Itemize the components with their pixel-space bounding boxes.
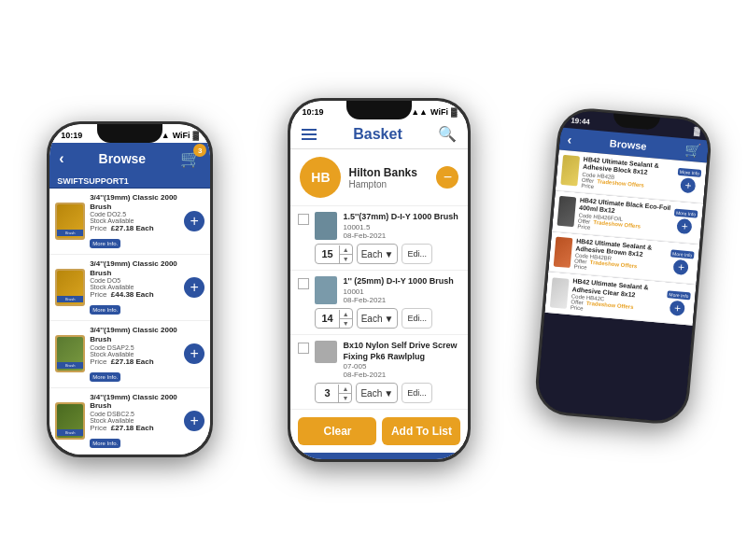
account-bar-left: SWIFTSUPPORT1: [49, 175, 210, 189]
qty-down-2[interactable]: ▼: [340, 319, 352, 328]
product-thumb-4: Brush: [55, 402, 85, 440]
edit-btn-2[interactable]: Edi...: [402, 308, 432, 329]
item-img-1: [315, 212, 337, 240]
search-icon-center[interactable]: 🔍: [438, 125, 457, 143]
back-arrow-right[interactable]: ‹: [567, 132, 572, 147]
right-more-info-3[interactable]: More Info: [670, 249, 695, 259]
product-info-2: 3/4''(19mm) Classic 2000 Brush Code DO5 …: [90, 259, 179, 315]
customer-info: Hilton Banks Hampton: [348, 166, 429, 189]
right-add-btn-4[interactable]: +: [669, 300, 685, 315]
notch-left: [97, 124, 162, 143]
product-thumb-1: Brush: [55, 203, 85, 240]
basket-actions: Clear Add To List: [290, 410, 468, 453]
right-more-info-2[interactable]: More Info: [674, 209, 698, 218]
product-thumb-3: Brush: [55, 335, 85, 372]
item-info-3: Bx10 Nylon Self Drive Screw Fixing Pk6 R…: [343, 341, 460, 379]
basket-item-2: 1'' (25mm) D-I-Y 1000 Brush 10001 08-Feb…: [290, 271, 468, 335]
checkbox-1[interactable]: [298, 214, 309, 225]
right-thumb-2: [557, 196, 576, 227]
product-info-3: 3/4''(19mm) Classic 2000 Brush Code DSAP…: [90, 326, 179, 382]
header-bar-left: ‹ Browse 🛒 3: [49, 143, 210, 175]
add-btn-2[interactable]: +: [184, 277, 204, 298]
qty-up-2[interactable]: ▲: [340, 310, 352, 319]
notch-center: [346, 101, 412, 119]
right-info-1: HB42 Ultimate Sealant & Adhesive Block 8…: [581, 156, 675, 196]
right-info-2: HB42 Ultimate Black Eco-Foil 400ml Bx12 …: [577, 196, 671, 236]
basket-badge-left: 3: [193, 144, 206, 157]
item-info-1: 1.5''(37mm) D-I-Y 1000 Brush 10001.5 08-…: [343, 212, 460, 240]
qty-down-1[interactable]: ▼: [340, 255, 352, 263]
right-add-btn-2[interactable]: +: [677, 218, 693, 234]
right-more-info-4[interactable]: More Info: [667, 290, 691, 300]
right-add-btn-1[interactable]: +: [680, 177, 696, 193]
unit-select-3[interactable]: Each ▼: [356, 383, 398, 403]
browse-title-left: Browse: [99, 151, 147, 166]
right-thumb-1: [560, 155, 580, 186]
customer-card: HB Hilton Banks Hampton −: [290, 149, 468, 206]
clear-button[interactable]: Clear: [298, 417, 376, 445]
basket-icon-right[interactable]: 🛒: [684, 142, 700, 158]
qty-down-3[interactable]: ▼: [339, 394, 351, 402]
checkbox-3[interactable]: [298, 343, 309, 354]
phone-right: 19:44 ▓ ‹ Browse 🛒 HB42 Ultimate Sealant…: [533, 105, 713, 426]
item-img-2: [315, 276, 337, 304]
right-thumb-4: [550, 277, 570, 308]
product-item-3: Brush 3/4''(19mm) Classic 2000 Brush Cod…: [49, 321, 210, 387]
browse-title-right: Browse: [609, 137, 647, 151]
item-controls-2: 14 ▲ ▼ Each ▼ Edi...: [298, 308, 460, 329]
unit-select-2[interactable]: Each ▼: [357, 308, 399, 329]
product-thumb-2: Brush: [55, 269, 85, 306]
item-info-2: 1'' (25mm) D-I-Y 1000 Brush 10001 08-Feb…: [343, 276, 460, 304]
qty-control-1[interactable]: 15 ▲ ▼: [315, 244, 352, 264]
more-info-btn-3[interactable]: More Info.: [90, 372, 120, 382]
time-left: 10:19: [61, 131, 82, 140]
unit-select-1[interactable]: Each ▼: [357, 244, 399, 264]
edit-btn-1[interactable]: Edi...: [402, 244, 432, 264]
qty-control-2[interactable]: 14 ▲ ▼: [315, 308, 352, 329]
product-info-1: 3/4''(19mm) Classic 2000 Brush Code DO2.…: [90, 193, 179, 249]
add-btn-1[interactable]: +: [184, 211, 204, 231]
qty-control-3[interactable]: 3 ▲ ▼: [315, 383, 352, 403]
basket-icon-left[interactable]: 🛒 3: [180, 148, 201, 169]
more-info-btn-2[interactable]: More Info.: [90, 305, 120, 315]
more-info-btn-4[interactable]: More Info.: [90, 439, 120, 448]
checkout-button[interactable]: Checkout: [298, 453, 460, 459]
back-arrow-left[interactable]: ‹: [59, 150, 63, 167]
right-info-4: HB42 Ultimate Sealant & Adhesive Clear 8…: [570, 278, 664, 318]
basket-title: Basket: [353, 126, 402, 143]
basket-header: Basket 🔍: [290, 119, 468, 149]
time-center: 10:19: [302, 107, 323, 117]
product-info-4: 3/4''(19mm) Classic 2000 Brush Code DSBC…: [90, 393, 179, 449]
edit-btn-3[interactable]: Edi...: [402, 383, 432, 403]
add-btn-4[interactable]: +: [184, 411, 204, 431]
more-info-btn-1[interactable]: More Info.: [90, 239, 120, 248]
remove-customer-btn[interactable]: −: [436, 166, 458, 189]
basket-item-1: 1.5''(37mm) D-I-Y 1000 Brush 10001.5 08-…: [290, 206, 468, 271]
basket-item-3: Bx10 Nylon Self Drive Screw Fixing Pk6 R…: [290, 335, 468, 410]
item-controls-1: 15 ▲ ▼ Each ▼ Edi...: [298, 244, 460, 264]
checkbox-2[interactable]: [298, 278, 309, 289]
hamburger-menu[interactable]: [302, 129, 317, 140]
product-item-2: Brush 3/4''(19mm) Classic 2000 Brush Cod…: [49, 255, 210, 321]
right-info-3: HB42 Ultimate Sealant & Adhesive Brown 8…: [573, 237, 668, 277]
add-to-list-button[interactable]: Add To List: [382, 417, 460, 445]
add-btn-3[interactable]: +: [184, 343, 204, 364]
phone-left: 10:19 ▲▲ WiFi ▓ ‹ Browse 🛒 3 SWIFTSUPPOR…: [47, 121, 213, 457]
right-more-info-1[interactable]: More Info: [677, 168, 701, 177]
right-add-btn-3[interactable]: +: [673, 259, 689, 275]
status-icons-center: ▲▲ WiFi ▓: [411, 107, 457, 117]
customer-avatar: HB: [300, 157, 341, 198]
qty-up-1[interactable]: ▲: [340, 245, 352, 255]
product-item-1: Brush 3/4''(19mm) Classic 2000 Brush Cod…: [49, 189, 210, 255]
item-img-3: [315, 341, 337, 363]
phone-center: 10:19 ▲▲ WiFi ▓ Basket 🔍 HB: [288, 98, 471, 462]
right-thumb-3: [553, 237, 572, 268]
product-item-4: Brush 3/4''(19mm) Classic 2000 Brush Cod…: [49, 388, 210, 455]
item-controls-3: 3 ▲ ▼ Each ▼ Edi...: [298, 383, 460, 403]
qty-up-3[interactable]: ▲: [339, 385, 351, 394]
